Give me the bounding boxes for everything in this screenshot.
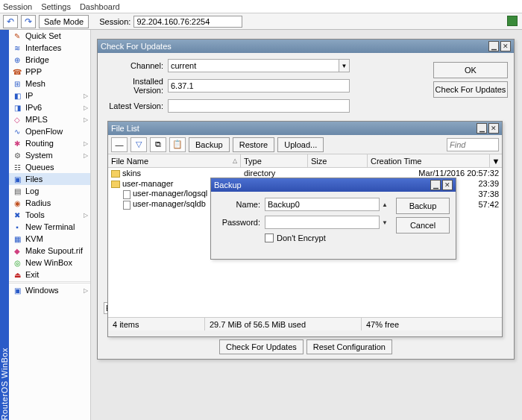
safe-mode-button[interactable]: Safe Mode [39,15,89,28]
file-icon [123,190,130,199]
chevron-right-icon: ▷ [84,287,88,294]
collapse-up-icon[interactable]: ▲ [380,201,390,208]
backup-confirm-button[interactable]: Backup [396,198,450,214]
sidebar-item-label: Mesh [25,79,45,88]
window-min-icon[interactable]: ▁ [488,41,499,51]
sidebar-item-system[interactable]: ⚙System▷ [9,149,90,161]
sidebar-item-exit[interactable]: ⏏Exit [9,269,90,280]
sidebar-icon: ⊞ [12,78,22,89]
window-min-icon[interactable]: ▁ [477,123,487,134]
sidebar-item-queues[interactable]: ☷Queues [9,161,90,173]
sidebar-icon: ☷ [12,162,22,172]
sidebar-item-bridge[interactable]: ⊕Bridge [9,54,90,66]
sidebar-icon: ✖ [12,210,22,220]
folder-icon [111,181,120,188]
sidebar-item-label: MPLS [25,115,48,124]
sidebar-item-mpls[interactable]: ◇MPLS▷ [9,113,90,125]
find-input[interactable] [447,138,499,151]
close-icon[interactable]: ✕ [488,123,499,134]
sidebar-item-label: Quick Set [25,31,61,40]
sidebar-item-quick-set[interactable]: ✎Quick Set [9,30,90,42]
sidebar-item-label: Interfaces [25,43,61,52]
chevron-down-icon[interactable]: ▼ [339,59,350,72]
sidebar-item-files[interactable]: ▣Files [9,173,90,185]
latest-version-label: Latest Version: [104,101,163,110]
window-min-icon[interactable]: ▁ [430,180,441,190]
window-titlebar[interactable]: Backup ▁ ✕ [211,178,456,192]
sidebar-icon: ◇ [12,114,22,125]
cancel-button[interactable]: Cancel [396,217,450,233]
column-time[interactable]: Creation Time [368,154,490,167]
sidebar-icon: ✱ [12,138,22,148]
sidebar-item-label: PPP [25,67,42,76]
column-filename[interactable]: File Name△ [108,154,241,167]
close-icon[interactable]: ✕ [500,41,511,51]
sidebar-item-ppp[interactable]: ☎PPP [9,66,90,78]
sidebar-icon: ▦ [12,233,22,244]
ok-button[interactable]: OK [433,62,508,78]
undo-button[interactable]: ↶ [3,15,18,28]
check-for-updates-button[interactable]: Check For Updates [433,81,508,98]
latest-version-field [168,99,350,113]
sidebar-item-ipv6[interactable]: ◨IPv6▷ [9,101,90,113]
session-input[interactable] [133,16,242,28]
status-indicator [507,16,518,26]
sidebar-item-label: New Terminal [25,222,75,231]
session-label: Session: [99,17,130,26]
sidebar-item-label: Tools [25,210,45,219]
reset-configuration-button[interactable]: Reset Configuration [306,339,392,354]
sidebar-item-kvm[interactable]: ▦KVM [9,233,90,245]
sidebar-icon: ✎ [12,31,22,41]
remove-button[interactable]: — [111,137,128,152]
restore-button[interactable]: Restore [233,137,275,152]
toolbar: ↶ ↷ Safe Mode Session: [0,13,522,30]
menu-settings[interactable]: Settings [41,2,71,11]
sidebar-item-ip[interactable]: ◧IP▷ [9,90,90,101]
upload-button[interactable]: Upload... [277,137,324,152]
menu-session[interactable]: Session [3,2,32,11]
sidebar-item-mesh[interactable]: ⊞Mesh [9,78,90,90]
sidebar-item-new-winbox[interactable]: ◎New WinBox [9,257,90,269]
copy-icon[interactable]: ⧉ [150,137,166,152]
menu-dashboard[interactable]: Dashboard [80,2,120,11]
name-input[interactable] [265,198,380,211]
name-label: Name: [217,200,260,209]
sidebar-item-routing[interactable]: ✱Routing▷ [9,137,90,149]
sidebar-item-label: KVM [25,234,43,243]
workspace: Check For Updates ▁ ✕ Channel: current ▼… [91,30,522,420]
sidebar-item-interfaces[interactable]: ≋Interfaces [9,42,90,54]
window-titlebar[interactable]: File List ▁ ✕ [108,122,502,135]
column-size[interactable]: Size [308,154,368,167]
dont-encrypt-checkbox[interactable] [265,233,274,242]
installed-version-field: 6.37.1 [168,79,350,93]
backup-button[interactable]: Backup [189,137,230,152]
column-type[interactable]: Type [241,154,308,167]
sidebar-item-windows[interactable]: ▣Windows▷ [9,284,90,296]
sidebar-item-tools[interactable]: ✖Tools▷ [9,209,90,221]
sidebar-item-label: Make Supout.rif [25,246,83,255]
paste-icon[interactable]: 📋 [169,137,186,152]
sidebar-item-make-supout.rif[interactable]: ◆Make Supout.rif [9,245,90,257]
sidebar-item-radius[interactable]: ◉Radius [9,197,90,209]
close-icon[interactable]: ✕ [442,180,453,190]
file-icon [123,201,130,210]
columns-menu-icon[interactable]: ▼ [490,154,502,167]
chevron-right-icon: ▷ [84,152,88,159]
file-list-header: File Name△ Type Size Creation Time ▼ [108,154,502,168]
sidebar-item-label: Queues [25,163,54,172]
folder-icon [111,170,120,178]
window-titlebar[interactable]: Check For Updates ▁ ✕ [98,40,514,53]
chevron-right-icon: ▷ [84,93,88,99]
sidebar-item-log[interactable]: ▤Log [9,185,90,197]
password-input[interactable] [265,216,380,229]
sidebar-icon: ⚙ [12,150,22,160]
sidebar-item-label: New WinBox [25,258,72,267]
check-for-updates-button-2[interactable]: Check For Updates [219,339,304,354]
channel-select[interactable]: current [168,59,339,72]
sidebar-item-openflow[interactable]: ∿OpenFlow [9,125,90,137]
file-row[interactable]: skinsdirectoryMar/11/2016 20:57:32 [108,168,502,178]
sidebar-item-new-terminal[interactable]: ▪New Terminal [9,221,90,233]
filter-icon[interactable]: ▽ [130,137,147,152]
expand-down-icon[interactable]: ▼ [380,219,390,226]
redo-button[interactable]: ↷ [21,15,36,28]
